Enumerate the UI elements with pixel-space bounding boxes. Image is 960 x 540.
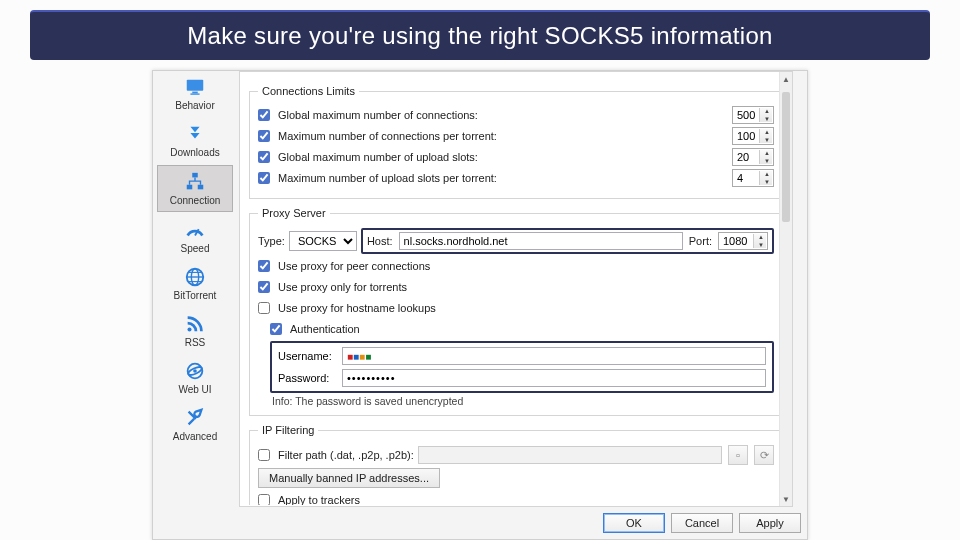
proxy-hostname-check[interactable]	[258, 302, 270, 314]
sidebar-item-speed[interactable]: Speed	[157, 214, 233, 259]
options-dialog: Behavior Downloads Connection Speed BitT…	[152, 70, 808, 540]
username-label: Username:	[278, 350, 336, 362]
proxy-type-select[interactable]: SOCKS5	[289, 231, 357, 251]
opt-label: Apply to trackers	[278, 494, 360, 505]
proxy-peer-check[interactable]	[258, 260, 270, 272]
host-label: Host:	[367, 235, 393, 247]
opt-label: Use proxy only for torrents	[278, 281, 407, 293]
sidebar-item-bittorrent[interactable]: BitTorrent	[157, 261, 233, 306]
max-conn-per-torrent-check[interactable]	[258, 130, 270, 142]
password-input[interactable]: ••••••••••	[342, 369, 766, 387]
svg-point-12	[187, 327, 191, 331]
proxy-torrents-check[interactable]	[258, 281, 270, 293]
type-label: Type:	[258, 235, 285, 247]
cancel-button[interactable]: Cancel	[671, 513, 733, 533]
scroll-thumb[interactable]	[782, 92, 790, 222]
banned-ips-button[interactable]: Manually banned IP addresses...	[258, 468, 440, 488]
rss-icon	[183, 313, 207, 335]
globe-icon	[183, 266, 207, 288]
svg-rect-1	[192, 92, 198, 94]
opt-label: Maximum number of connections per torren…	[278, 130, 497, 142]
reload-icon: ⟳	[760, 449, 769, 462]
webui-icon	[183, 360, 207, 382]
connections-limits-group: Connections Limits Global maximum number…	[249, 85, 783, 199]
sidebar-item-behavior[interactable]: Behavior	[157, 71, 233, 116]
sidebar-item-advanced[interactable]: Advanced	[157, 402, 233, 447]
sidebar-item-rss[interactable]: RSS	[157, 308, 233, 353]
monitor-icon	[183, 76, 207, 98]
svg-rect-3	[192, 173, 198, 178]
filter-path-input[interactable]	[418, 446, 722, 464]
banner-text: Make sure you're using the right SOCKS5 …	[187, 22, 773, 50]
svg-point-15	[193, 369, 197, 373]
sidebar-item-label: Downloads	[170, 147, 219, 158]
proxy-host-input[interactable]	[399, 232, 683, 250]
sidebar-item-connection[interactable]: Connection	[157, 165, 233, 212]
sidebar-item-label: BitTorrent	[174, 290, 217, 301]
speed-icon	[183, 219, 207, 241]
reload-button[interactable]: ⟳	[754, 445, 774, 465]
opt-label: Maximum number of upload slots per torre…	[278, 172, 497, 184]
global-max-conn-spin[interactable]: 500▲▼	[732, 106, 774, 124]
global-max-upload-spin[interactable]: 20▲▼	[732, 148, 774, 166]
auth-check[interactable]	[270, 323, 282, 335]
ok-button[interactable]: OK	[603, 513, 665, 533]
global-max-upload-check[interactable]	[258, 151, 270, 163]
opt-label: Global maximum number of upload slots:	[278, 151, 478, 163]
proxy-server-group: Proxy Server Type: SOCKS5 Host: Port: 10…	[249, 207, 783, 416]
sidebar-item-label: Web UI	[178, 384, 211, 395]
browse-button[interactable]: ▫	[728, 445, 748, 465]
svg-rect-4	[187, 185, 193, 190]
password-label: Password:	[278, 372, 336, 384]
group-legend: Connections Limits	[258, 85, 359, 97]
scroll-down-icon: ▼	[780, 492, 792, 506]
sidebar-item-label: Speed	[181, 243, 210, 254]
group-legend: IP Filtering	[258, 424, 318, 436]
sidebar-item-label: Connection	[170, 195, 221, 206]
dialog-button-bar: OK Cancel Apply	[239, 511, 805, 535]
opt-label: Filter path (.dat, .p2p, .p2b):	[278, 449, 414, 461]
instruction-banner: Make sure you're using the right SOCKS5 …	[30, 10, 930, 60]
apply-button[interactable]: Apply	[739, 513, 801, 533]
svg-rect-0	[187, 80, 204, 91]
max-conn-per-torrent-spin[interactable]: 100▲▼	[732, 127, 774, 145]
folder-icon: ▫	[736, 449, 740, 461]
proxy-port-spin[interactable]: 1080▲▼	[718, 232, 768, 250]
sidebar-item-downloads[interactable]: Downloads	[157, 118, 233, 163]
max-upload-per-torrent-spin[interactable]: 4▲▼	[732, 169, 774, 187]
password-info: Info: The password is saved unencrypted	[272, 395, 774, 407]
sidebar: Behavior Downloads Connection Speed BitT…	[157, 71, 233, 511]
ip-filtering-group: IP Filtering Filter path (.dat, .p2p, .p…	[249, 424, 783, 505]
auth-highlight: Username: ■■■■ Password: ••••••••••	[270, 341, 774, 393]
scroll-up-icon: ▲	[780, 72, 792, 86]
host-port-highlight: Host: Port: 1080▲▼	[361, 228, 774, 254]
opt-label: Use proxy for hostname lookups	[278, 302, 436, 314]
global-max-conn-check[interactable]	[258, 109, 270, 121]
sidebar-item-label: Advanced	[173, 431, 217, 442]
opt-label: Authentication	[290, 323, 360, 335]
downloads-icon	[183, 123, 207, 145]
port-label: Port:	[689, 235, 712, 247]
opt-label: Global maximum number of connections:	[278, 109, 478, 121]
connection-icon	[183, 171, 207, 193]
sidebar-item-webui[interactable]: Web UI	[157, 355, 233, 400]
settings-panel: Connections Limits Global maximum number…	[239, 71, 793, 507]
vertical-scrollbar[interactable]: ▲ ▼	[779, 72, 792, 506]
svg-rect-5	[198, 185, 204, 190]
max-upload-per-torrent-check[interactable]	[258, 172, 270, 184]
group-legend: Proxy Server	[258, 207, 330, 219]
apply-trackers-check[interactable]	[258, 494, 270, 505]
sidebar-item-label: RSS	[185, 337, 206, 348]
svg-rect-2	[190, 93, 199, 94]
filter-path-check[interactable]	[258, 449, 270, 461]
sidebar-item-label: Behavior	[175, 100, 214, 111]
username-input[interactable]: ■■■■	[342, 347, 766, 365]
tools-icon	[183, 407, 207, 429]
opt-label: Use proxy for peer connections	[278, 260, 430, 272]
